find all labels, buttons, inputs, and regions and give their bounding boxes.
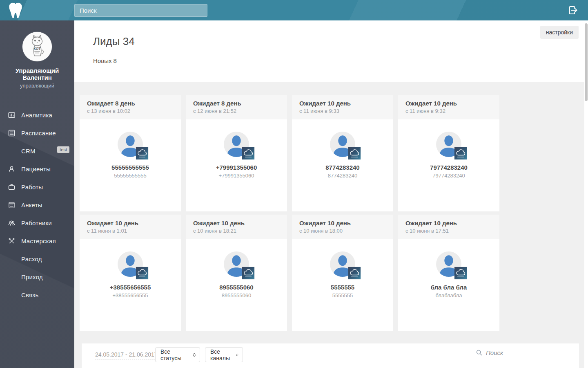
svg-text:КОТ: КОТ	[34, 47, 41, 51]
filter-bar: 24.05.2017 - 21.06.2017 Все статусы Все …	[82, 343, 579, 368]
sidebar-item-label: Пациенты	[21, 166, 51, 173]
sidebar-item-label: Работники	[21, 220, 52, 227]
lead-avatar	[118, 251, 143, 277]
sidebar-menu: Аналитика Расписание CRM test Пациенты Р…	[0, 106, 74, 304]
card-since: с 12 июня в 21:52	[193, 108, 280, 114]
settings-button[interactable]: настройки	[540, 26, 579, 39]
lead-avatar	[330, 132, 355, 157]
card-since: с 13 июня в 10:02	[87, 108, 174, 114]
sidebar-item-label: Расписание	[21, 130, 56, 137]
card-name: 5555555	[292, 284, 393, 291]
card-subname: 55555555555	[80, 173, 181, 179]
sidebar-item-communication[interactable]: Связь	[0, 286, 74, 304]
schedule-icon	[8, 130, 15, 137]
sidebar-item-crm[interactable]: CRM test	[0, 142, 74, 160]
channel-select[interactable]: Все каналы	[205, 347, 243, 362]
lead-card[interactable]: Ожидает 10 день с 11 июня в 9:32 7977428…	[398, 95, 499, 211]
sidebar-item-label: Мастерская	[21, 238, 56, 245]
lead-avatar	[224, 251, 249, 277]
cloud-badge-icon	[242, 147, 254, 159]
lead-card[interactable]: Ожидает 10 день с 10 июня в 17:51 бла бл…	[398, 215, 499, 331]
card-name: +38555656555	[80, 284, 181, 291]
sidebar: КОТ Управляющий Валентин управляющий Ана…	[0, 20, 74, 368]
user-role: управляющий	[0, 83, 74, 89]
cat-avatar-icon: КОТ	[22, 32, 52, 61]
logout-icon	[567, 4, 579, 16]
card-status: Ожидает 10 день	[405, 220, 492, 227]
user-name: Управляющий Валентин	[0, 67, 74, 81]
lead-card[interactable]: Ожидает 10 день с 10 июня в 18:21 895555…	[186, 215, 287, 331]
scrollbar-track[interactable]	[584, 20, 588, 368]
cloud-badge-icon	[348, 267, 361, 279]
card-name: +79991355060	[186, 164, 287, 171]
forms-icon	[8, 202, 15, 209]
card-since: с 11 июня в 9:32	[405, 108, 492, 114]
lead-card[interactable]: Ожидает 10 день с 11 июня в 9:33 8774283…	[292, 95, 393, 211]
lead-cards-grid: Ожидает 8 день с 13 июня в 10:02 5555555…	[80, 95, 504, 334]
cloud-badge-icon	[348, 147, 361, 159]
sidebar-item-label: CRM	[21, 148, 36, 155]
status-select-value: Все статусы	[160, 348, 187, 361]
sidebar-item-works[interactable]: Работы	[0, 178, 74, 196]
tooth-icon	[7, 2, 24, 19]
sidebar-item-label: Расход	[21, 256, 42, 263]
card-since: с 10 июня в 18:00	[299, 228, 386, 234]
sidebar-item-schedule[interactable]: Расписание	[0, 124, 74, 142]
sidebar-item-badge: test	[57, 146, 69, 153]
logout-button[interactable]	[567, 4, 579, 16]
card-subname: 79774283240	[398, 173, 499, 179]
card-since: с 10 июня в 17:51	[405, 228, 492, 234]
lead-card[interactable]: Ожидает 10 день с 10 июня в 18:00 555555…	[292, 215, 393, 331]
card-name: 8774283240	[292, 164, 393, 171]
user-avatar: КОТ	[22, 32, 52, 61]
sidebar-item-patients[interactable]: Пациенты	[0, 160, 74, 178]
lead-card[interactable]: Ожидает 8 день с 12 июня в 21:52 +799913…	[186, 95, 287, 211]
top-header	[0, 0, 588, 20]
card-name: 8955555060	[186, 284, 287, 291]
user-block: КОТ Управляющий Валентин управляющий	[0, 20, 74, 89]
lead-card[interactable]: Ожидает 10 день с 11 июня в 1:01 +385556…	[80, 215, 181, 331]
analytics-icon	[8, 112, 15, 119]
card-subname: 8955555060	[186, 292, 287, 298]
header-search-input[interactable]	[74, 4, 207, 17]
card-name: бла бла бла	[398, 284, 499, 291]
card-subname: +79991355060	[186, 173, 287, 179]
sidebar-item-forms[interactable]: Анкеты	[0, 196, 74, 214]
cloud-badge-icon	[454, 267, 467, 279]
sidebar-item-income[interactable]: Приход	[0, 268, 74, 286]
card-status: Ожидает 10 день	[405, 100, 492, 107]
sidebar-item-label: Аналитика	[21, 112, 52, 119]
workshop-icon	[8, 238, 15, 245]
patients-icon	[8, 166, 15, 173]
lead-avatar	[436, 251, 461, 277]
status-select[interactable]: Все статусы	[155, 347, 200, 362]
card-subname: 8774283240	[292, 173, 393, 179]
leads-new-count: Новых 8	[93, 57, 117, 64]
table-search	[476, 349, 531, 356]
lead-avatar	[436, 132, 461, 157]
card-since: с 11 июня в 9:33	[299, 108, 386, 114]
sidebar-item-workshop[interactable]: Мастерская	[0, 232, 74, 250]
updown-caret-icon	[193, 352, 196, 357]
sidebar-item-expense[interactable]: Расход	[0, 250, 74, 268]
cloud-badge-icon	[242, 267, 254, 279]
lead-card[interactable]: Ожидает 8 день с 13 июня в 10:02 5555555…	[80, 95, 181, 211]
date-range-picker[interactable]: 24.05.2017 - 21.06.2017	[95, 351, 158, 359]
works-icon	[8, 184, 15, 191]
card-status: Ожидает 10 день	[87, 220, 174, 227]
employees-icon	[8, 220, 15, 227]
sidebar-item-label: Связь	[21, 292, 38, 298]
card-status: Ожидает 10 день	[299, 220, 386, 227]
sidebar-item-label: Работы	[21, 184, 43, 191]
card-status: Ожидает 10 день	[193, 220, 280, 227]
lead-avatar	[330, 251, 355, 277]
sidebar-item-employees[interactable]: Работники	[0, 214, 74, 232]
scrollbar-thumb[interactable]	[585, 23, 588, 101]
cloud-badge-icon	[136, 267, 148, 279]
cloud-badge-icon	[136, 147, 148, 159]
card-status: Ожидает 8 день	[87, 100, 174, 107]
leads-header-panel: Лиды 34 Новых 8 настройки	[74, 20, 588, 82]
table-search-input[interactable]	[486, 349, 531, 356]
card-subname: +38555656555	[80, 292, 181, 298]
sidebar-item-analytics[interactable]: Аналитика	[0, 106, 74, 124]
